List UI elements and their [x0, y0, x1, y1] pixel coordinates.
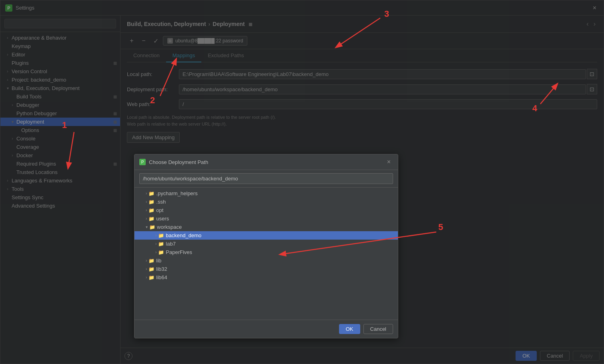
folder-icon: 📁	[148, 258, 155, 264]
folder-icon: 📁	[148, 216, 155, 222]
tree-item-lib32[interactable]: › 📁 lib32	[134, 265, 398, 273]
folder-icon: 📁	[158, 233, 164, 238]
dialog-title: Choose Deployment Path	[149, 159, 381, 165]
tree-item-ssh[interactable]: › 📁 .ssh	[134, 198, 398, 206]
tree-item-label: users	[156, 216, 169, 222]
tree-item-label: opt	[156, 207, 163, 213]
chevron-right-icon: ›	[146, 216, 147, 221]
folder-icon: 📁	[148, 266, 155, 272]
deployment-path-dialog: P Choose Deployment Path × › 📁 .pycharm_…	[134, 154, 398, 338]
tree-item-lib64[interactable]: › 📁 lib64	[134, 273, 398, 282]
chevron-right-icon: ›	[146, 258, 147, 263]
tree-item-label: PaperFives	[166, 249, 192, 255]
tree-item-lab7[interactable]: › 📁 lab7	[134, 240, 398, 248]
tree-item-pycharm-helpers[interactable]: › 📁 .pycharm_helpers	[134, 189, 398, 198]
folder-icon: 📁	[149, 224, 155, 230]
dialog-ok-button[interactable]: OK	[339, 324, 360, 334]
chevron-right-icon: ›	[146, 200, 147, 204]
tree-item-opt[interactable]: › 📁 opt	[134, 206, 398, 214]
folder-icon: 📁	[148, 199, 155, 205]
folder-icon: 📁	[148, 191, 155, 196]
chevron-right-icon: ›	[155, 250, 157, 254]
tree-item-label: lib32	[156, 266, 167, 272]
tree-item-users[interactable]: › 📁 users	[134, 214, 398, 223]
chevron-right-icon: ›	[155, 233, 157, 238]
dialog-path-bar	[134, 170, 398, 188]
chevron-right-icon: ›	[146, 208, 147, 212]
tree-item-label: .ssh	[156, 199, 166, 205]
dialog-footer: OK Cancel	[134, 320, 398, 338]
folder-icon: 📁	[148, 275, 155, 280]
tree-item-paperfives[interactable]: › 📁 PaperFives	[134, 248, 398, 256]
chevron-right-icon: ›	[146, 191, 147, 196]
dialog-app-icon: P	[139, 159, 146, 165]
tree-item-workspace[interactable]: ▾ 📁 workspace	[134, 223, 398, 231]
chevron-right-icon: ›	[155, 242, 157, 246]
dialog-tree: › 📁 .pycharm_helpers › 📁 .ssh › 📁 opt › …	[134, 188, 398, 320]
dialog-overlay: P Choose Deployment Path × › 📁 .pycharm_…	[0, 0, 604, 364]
tree-item-lib[interactable]: › 📁 lib	[134, 256, 398, 265]
dialog-titlebar: P Choose Deployment Path ×	[134, 154, 398, 170]
folder-icon: 📁	[158, 241, 164, 247]
folder-icon: 📁	[158, 250, 164, 255]
tree-item-label: lib64	[156, 274, 167, 280]
tree-item-label: lib	[156, 258, 161, 264]
dialog-cancel-button[interactable]: Cancel	[363, 324, 393, 334]
chevron-right-icon: ›	[146, 267, 147, 271]
dialog-close-button[interactable]: ×	[385, 158, 393, 166]
tree-item-label: backend_demo	[166, 232, 201, 238]
tree-item-backend-demo[interactable]: › 📁 backend_demo	[134, 231, 398, 240]
tree-item-label: workspace	[157, 224, 182, 230]
dialog-path-input[interactable]	[139, 173, 393, 184]
chevron-down-icon: ▾	[146, 225, 148, 229]
tree-item-label: .pycharm_helpers	[156, 190, 197, 196]
chevron-right-icon: ›	[146, 275, 147, 280]
folder-icon: 📁	[148, 208, 155, 213]
tree-item-label: lab7	[166, 241, 176, 247]
